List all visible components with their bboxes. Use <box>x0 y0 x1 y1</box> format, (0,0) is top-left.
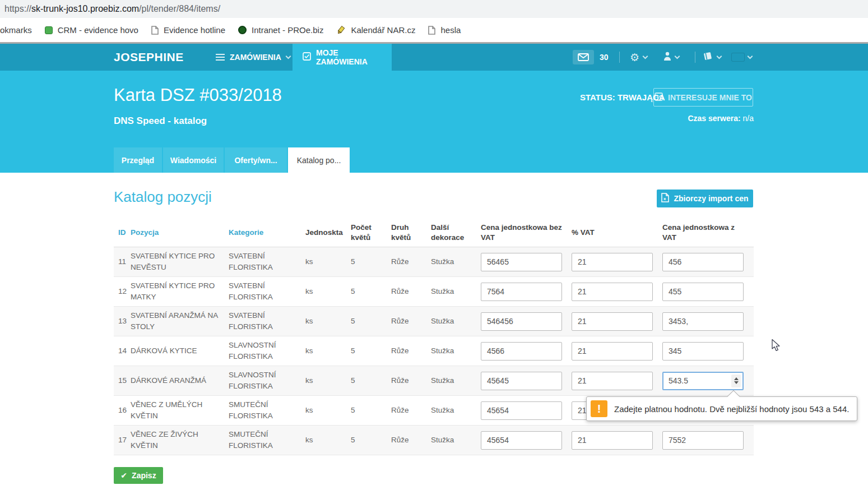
row-jednostka: ks <box>305 435 351 446</box>
validation-tooltip: ! Zadejte platnou hodnotu. Dvě nejbližší… <box>586 396 857 421</box>
bookmark-crm[interactable]: CRM - evidence hovo <box>45 25 138 35</box>
unit-price-no-vat-input[interactable] <box>481 283 562 301</box>
unit-price-with-vat-input[interactable] <box>662 283 744 301</box>
row-druh: Růže <box>391 345 431 357</box>
col-header-pozycja[interactable]: Pozycja <box>131 228 229 238</box>
row-kategorie: SLAVNOSTNÍ FLORISTIKA <box>229 340 305 362</box>
user-menu-button[interactable] <box>663 44 679 71</box>
unit-price-with-vat-wrap <box>662 312 744 331</box>
row-id: 14 <box>114 345 131 357</box>
row-pocet: 5 <box>351 316 391 327</box>
unit-price-with-vat-cell <box>662 253 754 271</box>
unit-price-with-vat-input[interactable] <box>662 253 744 271</box>
col-header-kategorie[interactable]: Kategorie <box>229 228 305 238</box>
row-druh: Růže <box>391 316 431 327</box>
bookmark-hesla[interactable]: hesla <box>428 25 461 35</box>
row-dalsi: Stužka <box>431 256 481 267</box>
bookmark-label: Intranet - PROe.biz <box>252 25 323 35</box>
vat-input[interactable] <box>572 312 653 331</box>
row-pozycja: VĚNEC ZE ŽIVÝCH KVĚTIN <box>131 429 229 451</box>
vat-cell <box>572 283 662 301</box>
save-button[interactable]: ✔ Zapisz <box>114 467 163 484</box>
nav-item-label: MOJE ZAMÓWIENIA <box>316 48 382 66</box>
vat-input[interactable] <box>572 283 653 301</box>
vat-input[interactable] <box>572 431 653 450</box>
svg-text:x: x <box>663 196 666 201</box>
row-jednostka: ks <box>305 256 351 267</box>
chevron-down-icon <box>675 53 680 59</box>
unit-price-no-vat-cell <box>481 312 572 331</box>
row-id: 13 <box>114 316 131 327</box>
checkbox-checked-icon <box>655 93 663 103</box>
url-domain: sk-trunk-jos10.proebiz.com <box>31 4 139 14</box>
josephine-logo[interactable]: JOSEPHINE <box>114 50 184 64</box>
bookmark-evidence-hotline[interactable]: Evidence hotline <box>151 25 225 35</box>
tab-wiadomosci[interactable]: Wiadomości <box>163 147 224 173</box>
row-pozycja: SVATEBNÍ KYTICE PRO MATKY <box>131 280 229 302</box>
col-header-vat: % VAT <box>572 228 662 238</box>
row-kategorie: SVATEBNÍ FLORISTIKA <box>229 251 305 272</box>
unit-price-with-vat-cell <box>662 372 754 390</box>
row-jednostka: ks <box>305 405 351 416</box>
unit-price-no-vat-input[interactable] <box>481 372 562 390</box>
interest-button-label: INTERESUJE MNIE TO <box>668 93 752 102</box>
row-druh: Růže <box>391 256 431 267</box>
number-spinner[interactable] <box>731 375 741 387</box>
messages-count-badge: 30 <box>600 53 609 62</box>
unit-price-with-vat-input[interactable] <box>662 431 744 450</box>
language-menu-button[interactable] <box>732 44 752 71</box>
server-time: Czas serwera: n/a <box>688 114 754 123</box>
vat-input[interactable] <box>572 342 653 361</box>
unit-price-with-vat-input[interactable] <box>662 342 744 361</box>
row-id: 15 <box>114 375 131 386</box>
tab-przeglad[interactable]: Przegląd <box>114 147 162 173</box>
envelope-icon <box>573 50 594 64</box>
bookmark-intranet[interactable]: Intranet - PROe.biz <box>238 25 323 35</box>
excel-file-icon: x <box>661 193 669 204</box>
page-favicon-icon <box>428 26 435 35</box>
tab-oferty[interactable]: Oferty/wn... <box>225 147 287 173</box>
browser-url-bar[interactable]: https://sk-trunk-jos10.proebiz.com/pl/te… <box>0 0 868 18</box>
unit-price-no-vat-input[interactable] <box>481 401 562 420</box>
row-dalsi: Stužka <box>431 435 481 446</box>
row-pocet: 5 <box>351 435 391 446</box>
bookmark-label: Evidence hotline <box>164 25 225 35</box>
messages-button[interactable]: 30 <box>573 44 609 71</box>
chevron-down-icon <box>285 53 291 59</box>
unit-price-no-vat-input[interactable] <box>481 312 562 331</box>
row-pocet: 5 <box>351 286 391 297</box>
unit-price-no-vat-input[interactable] <box>481 342 562 361</box>
spinner-up-icon[interactable] <box>734 377 739 380</box>
page-title: Karta DSZ #033/2018 <box>114 85 282 105</box>
chevron-down-icon <box>748 53 753 59</box>
docs-menu-button[interactable] <box>703 44 721 71</box>
vat-input[interactable] <box>572 253 653 271</box>
nav-item-zamowienia[interactable]: ZAMÓWIENIA <box>206 44 300 71</box>
unit-price-with-vat-wrap <box>662 431 744 450</box>
interest-button[interactable]: INTERESUJE MNIE TO <box>653 88 753 107</box>
spinner-down-icon[interactable] <box>734 381 739 384</box>
row-id: 11 <box>114 256 131 267</box>
bookmark-kalendar[interactable]: Kalendář NAR.cz <box>336 25 415 35</box>
row-kategorie: SVATEBNÍ FLORISTIKA <box>229 310 305 332</box>
url-scheme: https:// <box>4 4 31 14</box>
row-pocet: 5 <box>351 375 391 386</box>
app-navbar: JOSEPHINE ZAMÓWIENIA MOJE ZAMÓWIENIA 30 … <box>0 44 868 71</box>
table-row: 11 SVATEBNÍ KYTICE PRO NEVĚSTU SVATEBNÍ … <box>114 247 754 277</box>
col-header-id[interactable]: ID <box>114 228 131 238</box>
page-favicon-icon <box>151 26 159 35</box>
row-kategorie: SMUTEČNÍ FLORISTIKA <box>229 399 305 421</box>
row-pozycja: SVATEBNÍ ARANŽMÁ NA STOLY <box>131 310 229 332</box>
unit-price-no-vat-input[interactable] <box>481 431 562 450</box>
nav-item-moje-zamowienia[interactable]: MOJE ZAMÓWIENIA <box>293 44 392 71</box>
settings-menu-button[interactable]: ⚙ <box>630 44 647 71</box>
green-square-favicon-icon <box>45 26 53 34</box>
row-kategorie: SVATEBNÍ FLORISTIKA <box>229 280 305 302</box>
tab-bar: Przegląd Wiadomości Oferty/wn... Katalog… <box>114 147 350 173</box>
unit-price-no-vat-input[interactable] <box>481 253 562 271</box>
vat-input[interactable] <box>572 372 653 390</box>
bulk-import-button[interactable]: x Zbiorczy import cen <box>657 190 753 207</box>
unit-price-with-vat-input[interactable] <box>662 312 744 331</box>
tab-katalog[interactable]: Katalog po... <box>288 147 350 173</box>
row-dalsi: Stužka <box>431 316 481 327</box>
